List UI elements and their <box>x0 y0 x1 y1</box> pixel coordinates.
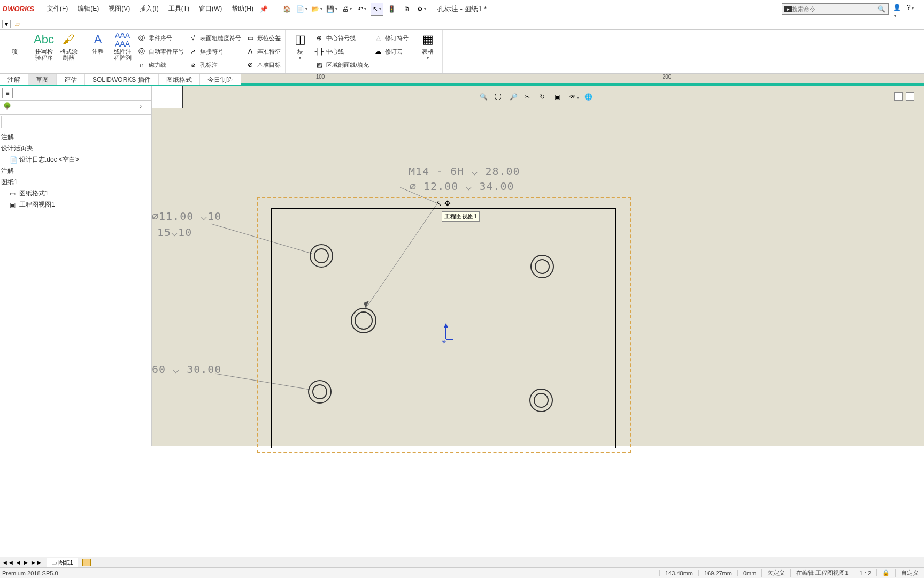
tree-sheet-format[interactable]: ▭图纸格式1 <box>1 188 150 199</box>
tree-drawing-view[interactable]: ▣工程图视图1 <box>1 199 150 210</box>
surface-finish-button[interactable]: √表面粗糙度符号 <box>187 32 242 44</box>
tree-design-journal[interactable]: 📄设计日志.doc <空白> <box>1 154 150 165</box>
hole-callout-button[interactable]: ⌀孔标注 <box>187 59 242 71</box>
format-painter-button[interactable]: 🖌 格式涂 刷器 <box>57 32 80 71</box>
block-button[interactable]: ◫ 块 ▾ <box>289 32 311 71</box>
menu-insert[interactable]: 插入(I) <box>140 4 158 13</box>
panel-tab-tree-icon[interactable]: ≡ <box>2 88 13 98</box>
section-icon[interactable]: ✂ <box>525 93 536 105</box>
hole-2-inner[interactable] <box>535 259 550 274</box>
tab-today[interactable]: 今日制造 <box>200 74 241 85</box>
revision-cloud-button[interactable]: ☁修订云 <box>372 45 410 57</box>
menu-view[interactable]: 视图(V) <box>109 4 130 13</box>
file-properties-icon[interactable]: 🗎 <box>401 3 413 16</box>
status-lock-icon[interactable]: 🔒 <box>876 569 895 576</box>
search-icon[interactable]: 🔍 <box>877 5 886 13</box>
config-dropdown[interactable]: ▾ <box>2 20 11 28</box>
callout-hole-b[interactable]: 60 ⌵ 30.00 <box>152 363 221 376</box>
config-icon[interactable]: ▱ <box>15 20 20 28</box>
status-custom[interactable]: 自定义 <box>895 569 924 577</box>
task-tab-1[interactable] <box>894 92 903 101</box>
hide-show-icon[interactable]: 👁 <box>569 93 581 105</box>
expand-panel-icon[interactable]: › <box>140 102 148 113</box>
new-icon[interactable]: 📄 <box>296 3 309 16</box>
hole-4-inner[interactable] <box>312 384 327 399</box>
rotate-icon[interactable]: ↻ <box>540 93 551 105</box>
tab-evaluate[interactable]: 评估 <box>57 74 85 85</box>
task-tab-2[interactable] <box>906 92 914 101</box>
ruler-tick-200: 200 <box>663 74 672 80</box>
callout-thread-1[interactable]: M14 - 6H ⌵ 28.00 <box>409 165 520 178</box>
hole-3-inner[interactable] <box>355 311 373 330</box>
zoom-fit-icon[interactable]: 🔍 <box>480 93 491 105</box>
options-button[interactable]: 项 <box>3 32 26 71</box>
auto-balloon-button[interactable]: ⓞ自动零件序号 <box>136 45 185 57</box>
callout-hole-a2[interactable]: 15⌵10 <box>157 226 192 239</box>
tree-search-input[interactable] <box>1 116 150 128</box>
tab-addins[interactable]: SOLIDWORKS 插件 <box>85 74 159 85</box>
hole-5-inner[interactable] <box>534 393 549 408</box>
search-toggle-icon[interactable]: ▸ <box>784 6 792 12</box>
annotation-button[interactable]: A 注程 <box>87 32 109 71</box>
tree-design-binder[interactable]: 设计活页夹 <box>1 143 150 154</box>
menu-window[interactable]: 窗口(W) <box>199 4 222 13</box>
datum-target-button[interactable]: ⊘基准目标 <box>244 59 282 71</box>
zoom-area-icon[interactable]: ⛶ <box>495 93 506 105</box>
datum-feature-button[interactable]: A̲基准特征 <box>244 45 282 57</box>
hole-1-inner[interactable] <box>314 248 329 263</box>
tab-annotation[interactable]: 注解 <box>0 74 28 85</box>
menu-file[interactable]: 文件(F) <box>47 4 68 13</box>
menubar: DWORKS 文件(F) 编辑(E) 视图(V) 插入(I) 工具(T) 窗口(… <box>0 0 924 18</box>
tree-notes[interactable]: 注解 <box>1 165 150 177</box>
tree-icon[interactable]: 🌳 <box>3 102 14 113</box>
block-dropdown-icon[interactable]: ▾ <box>299 56 301 60</box>
save-icon[interactable]: 💾 <box>326 3 338 16</box>
user-icon[interactable]: 👤 <box>893 4 904 14</box>
geo-tolerance-button[interactable]: ▭形位公差 <box>244 32 282 44</box>
centerline-button[interactable]: ┤├中心线 <box>313 45 370 57</box>
magnetic-line-button[interactable]: ∩磁力线 <box>136 59 185 71</box>
table-dropdown-icon[interactable]: ▾ <box>427 56 429 60</box>
sheet-tab-1[interactable]: ▭ 图纸1 <box>47 558 78 567</box>
tree-sheet1[interactable]: 图纸1 <box>1 177 150 188</box>
tab-sheet-format[interactable]: 图纸格式 <box>159 74 200 85</box>
menu-tools[interactable]: 工具(T) <box>168 4 189 13</box>
pin-icon[interactable]: 📌 <box>260 5 268 13</box>
balloon-button[interactable]: ⓪零件序号 <box>136 32 185 44</box>
add-sheet-icon[interactable] <box>82 559 91 566</box>
search-input[interactable] <box>792 6 877 12</box>
undo-icon[interactable]: ↶ <box>356 3 368 16</box>
spellcheck-button[interactable]: Abc 拼写检 验程序 <box>33 32 55 71</box>
drawing-canvas[interactable]: 🔍 ⛶ 🔎 ✂ ↻ ▣ 👁 🌐 M14 - 6H ⌵ 28.00 ⌀ 12.00… <box>152 86 924 446</box>
status-scale[interactable]: 1 : 2 <box>854 570 876 576</box>
callout-thread-2[interactable]: ⌀ 12.00 ⌵ 34.00 <box>410 180 514 193</box>
tab-sketch[interactable]: 草图 <box>28 74 57 85</box>
sheet-icon: ▭ <box>10 190 17 197</box>
menu-edit[interactable]: 编辑(E) <box>78 4 99 13</box>
menu-help[interactable]: 帮助(H) <box>232 4 253 13</box>
weld-symbol-button[interactable]: ↗焊接符号 <box>187 45 242 57</box>
sheet-nav-icon[interactable]: ◄◄ ◄ ► ►► <box>2 559 42 566</box>
center-mark-button[interactable]: ⊕中心符号线 <box>313 32 370 44</box>
tree-annotations[interactable]: 注解 <box>1 132 150 143</box>
zoom-prev-icon[interactable]: 🔎 <box>510 93 521 105</box>
home-icon[interactable]: 🏠 <box>281 3 294 16</box>
display-style-icon[interactable]: ▣ <box>555 93 566 105</box>
help-icon[interactable]: ? <box>907 4 918 14</box>
standard-toolbar: 🏠 📄 📂 💾 🖨 ↶ ↖ 🚦 🗎 ⚙ <box>281 3 428 16</box>
select-icon[interactable]: ↖ <box>371 3 383 16</box>
doc-icon: 📄 <box>10 156 17 164</box>
options-icon[interactable]: ⚙ <box>415 3 428 16</box>
area-hatch-button[interactable]: ▨区域剖面线/填充 <box>313 59 370 71</box>
search-command-box[interactable]: ▸ 🔍 <box>782 3 889 15</box>
linear-pattern-button[interactable]: AAAAAA 线性注 程阵列 <box>111 32 134 71</box>
print-icon[interactable]: 🖨 <box>341 3 353 16</box>
callout-hole-a1[interactable]: ⌀11.00 ⌵10 <box>152 210 221 223</box>
rebuild-icon[interactable]: 🚦 <box>386 3 398 16</box>
task-pane-tabs <box>894 92 914 101</box>
feature-tree[interactable]: 注解 设计活页夹 📄设计日志.doc <空白> 注解 图纸1 ▭图纸格式1 ▣工… <box>0 130 151 212</box>
feature-manager-panel[interactable]: ≡ 🌳 › 注解 设计活页夹 📄设计日志.doc <空白> 注解 图纸1 ▭图纸… <box>0 86 152 446</box>
open-icon[interactable]: 📂 <box>311 3 324 16</box>
table-button[interactable]: ▦ 表格 ▾ <box>417 32 439 71</box>
appearance-icon[interactable]: 🌐 <box>584 93 596 105</box>
